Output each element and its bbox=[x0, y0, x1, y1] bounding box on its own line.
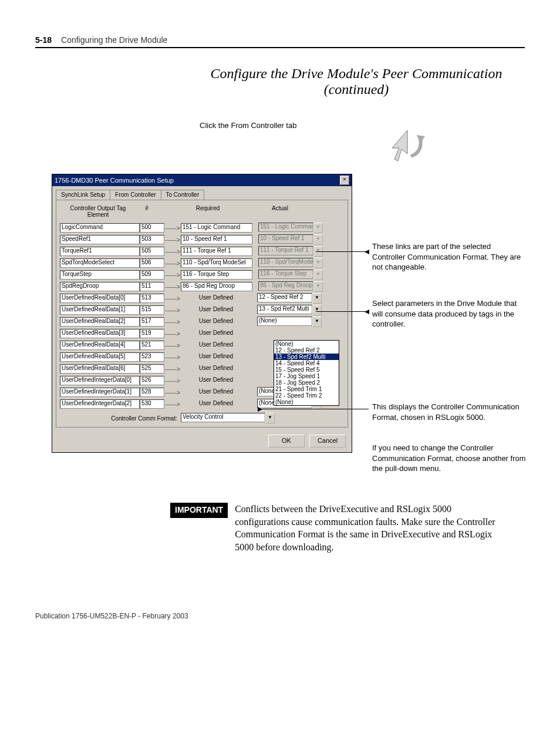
param-row: UserDefinedRealData[1]515------>User Def… bbox=[60, 305, 344, 315]
tag-field: SpeedRef1 bbox=[60, 235, 140, 244]
tag-field: SpdRegDroop bbox=[60, 282, 140, 291]
required-field: 110 - Spd/Torq ModeSel bbox=[181, 258, 252, 268]
arrow-icon: ------> bbox=[164, 284, 181, 290]
required-field: 111 - Torque Ref 1 bbox=[181, 247, 252, 256]
tab-from-controller[interactable]: From Controller bbox=[110, 190, 161, 200]
param-row: UserDefinedRealData[2]517------>User Def… bbox=[60, 317, 344, 327]
tag-field: SpdTorqModeSelect bbox=[60, 258, 140, 268]
num-field: 503 bbox=[140, 235, 164, 244]
arrow-icon: ------> bbox=[164, 331, 181, 337]
dropdown-option[interactable]: 18 - Jog Speed 2 bbox=[274, 379, 339, 386]
tag-field: LogicCommand bbox=[60, 223, 140, 233]
required-field: User Defined bbox=[181, 294, 251, 302]
actual-select: 151 - Logic Command bbox=[258, 223, 313, 232]
tag-field: TorqueRef1 bbox=[60, 247, 140, 256]
annotation-select-params: Select parameters in the Drive Module th… bbox=[372, 298, 525, 329]
dropdown-option[interactable]: 13 - Spd Ref2 Multi bbox=[274, 354, 339, 360]
important-block: IMPORTANT Conflicts between the DriveExe… bbox=[170, 503, 505, 553]
annotation-ccf-change: If you need to change the Controller Com… bbox=[372, 443, 537, 474]
tag-field: UserDefinedIntegerData[0] bbox=[60, 376, 140, 385]
num-field: 509 bbox=[140, 270, 164, 280]
tag-field: UserDefinedIntegerData[1] bbox=[60, 388, 140, 397]
dropdown-option[interactable]: 21 - Speed Trim 1 bbox=[274, 386, 339, 392]
required-field: User Defined bbox=[181, 318, 251, 326]
required-field: 86 - Spd Reg Droop bbox=[181, 282, 252, 291]
tab-panel: Controller Output Tag Element # Required… bbox=[56, 200, 348, 428]
required-field: 151 - Logic Command bbox=[181, 223, 252, 233]
tag-field: UserDefinedIntegerData[2] bbox=[60, 399, 140, 409]
required-field: User Defined bbox=[181, 365, 251, 373]
arrow-icon: ------> bbox=[164, 342, 181, 349]
actual-select[interactable]: 13 - Spd Ref2 Multi bbox=[257, 305, 312, 314]
cancel-button[interactable]: Cancel bbox=[309, 435, 346, 448]
arrow-icon: ------> bbox=[164, 366, 181, 372]
required-field: User Defined bbox=[181, 376, 251, 385]
chevron-down-icon: ▼ bbox=[313, 223, 323, 233]
cursor-illustration bbox=[390, 127, 431, 174]
tag-field: UserDefinedRealData[1] bbox=[60, 305, 140, 315]
param-row: UserDefinedRealData[0]513------>User Def… bbox=[60, 293, 344, 304]
arrow-icon: ------> bbox=[164, 225, 181, 231]
chevron-down-icon[interactable]: ▼ bbox=[312, 293, 322, 304]
dropdown-option[interactable]: 22 - Speed Trim 2 bbox=[274, 392, 339, 399]
tag-field: UserDefinedRealData[3] bbox=[60, 329, 140, 338]
num-field: 525 bbox=[140, 364, 164, 374]
ccf-label: Controller Comm Format: bbox=[60, 415, 181, 422]
required-field: User Defined bbox=[181, 341, 251, 349]
col-required: Required bbox=[174, 205, 242, 218]
chevron-down-icon[interactable]: ▼ bbox=[312, 305, 322, 315]
actual-select: 111 - Torque Ref 1 bbox=[258, 246, 313, 255]
actual-dropdown-list[interactable]: (None)12 - Speed Ref 213 - Spd Ref2 Mult… bbox=[274, 340, 339, 406]
tag-field: UserDefinedRealData[0] bbox=[60, 294, 140, 303]
callout-tab: Click the From Controller tab bbox=[200, 121, 296, 131]
actual-select[interactable]: 12 - Speed Ref 2 bbox=[257, 293, 312, 302]
tab-synchlink[interactable]: SynchLink Setup bbox=[56, 190, 110, 200]
chevron-down-icon[interactable]: ▼ bbox=[312, 317, 322, 327]
dialog-titlebar: 1756-DMD30 Peer Communication Setup × bbox=[52, 174, 352, 186]
actual-select: 86 - Spd Reg Droop bbox=[258, 281, 313, 291]
chapter-title: Configuring the Drive Module bbox=[61, 35, 167, 45]
col-num: # bbox=[136, 205, 157, 218]
dropdown-option[interactable]: 15 - Speed Ref 5 bbox=[274, 366, 339, 373]
dropdown-option[interactable]: (None) bbox=[274, 341, 339, 347]
peer-comm-dialog: 1756-DMD30 Peer Communication Setup × Sy… bbox=[52, 174, 352, 453]
actual-select: 10 - Speed Ref 1 bbox=[258, 234, 313, 244]
actual-select: 116 - Torque Step bbox=[258, 270, 313, 279]
dropdown-option[interactable]: 17 - Jog Speed 1 bbox=[274, 373, 339, 379]
dropdown-option[interactable]: (None) bbox=[274, 399, 339, 405]
num-field: 500 bbox=[140, 223, 164, 233]
required-field: User Defined bbox=[181, 353, 251, 361]
param-row: UserDefinedRealData[3]519------>User Def… bbox=[60, 328, 344, 339]
arrow-icon: ------> bbox=[164, 354, 181, 361]
important-text: Conflicts between the DriveExecutive and… bbox=[235, 503, 505, 553]
arrow-icon: ------> bbox=[164, 295, 181, 302]
chevron-down-icon[interactable]: ▼ bbox=[265, 413, 275, 423]
param-row: LogicCommand500------>151 - Logic Comman… bbox=[60, 223, 344, 233]
tab-to-controller[interactable]: To Controller bbox=[161, 190, 205, 200]
actual-select[interactable]: (None) bbox=[257, 317, 312, 326]
tag-field: UserDefinedRealData[5] bbox=[60, 352, 140, 362]
figure-area: Click the From Controller tab 1756-DMD30… bbox=[35, 121, 525, 485]
num-field: 521 bbox=[140, 341, 164, 350]
col-actual: Actual bbox=[248, 205, 312, 218]
chevron-down-icon: ▼ bbox=[313, 258, 323, 268]
ccf-select[interactable]: Velocity Control bbox=[181, 413, 265, 422]
page-number: 5-18 bbox=[35, 35, 52, 45]
param-row: SpdRegDroop511------>86 - Spd Reg Droop8… bbox=[60, 281, 344, 292]
num-field: 506 bbox=[140, 258, 164, 268]
ok-button[interactable]: OK bbox=[268, 435, 305, 448]
close-icon[interactable]: × bbox=[340, 176, 349, 185]
arrow-icon: ------> bbox=[164, 307, 181, 314]
col-tag: Controller Output Tag Element bbox=[60, 205, 136, 218]
param-row: SpdTorqModeSelect506------>110 - Spd/Tor… bbox=[60, 258, 344, 268]
actual-select: 110 - Spd/TorqModeSe bbox=[258, 258, 313, 267]
num-field: 505 bbox=[140, 247, 164, 256]
dialog-title: 1756-DMD30 Peer Communication Setup bbox=[55, 177, 174, 184]
arrow-icon: ------> bbox=[164, 378, 181, 384]
dropdown-option[interactable]: 12 - Speed Ref 2 bbox=[274, 347, 339, 354]
dropdown-option[interactable]: 14 - Speed Ref 4 bbox=[274, 360, 339, 366]
arrow-icon: ------> bbox=[164, 319, 181, 325]
required-field: User Defined bbox=[181, 329, 251, 338]
chevron-down-icon: ▼ bbox=[313, 234, 323, 245]
num-field: 513 bbox=[140, 294, 164, 303]
